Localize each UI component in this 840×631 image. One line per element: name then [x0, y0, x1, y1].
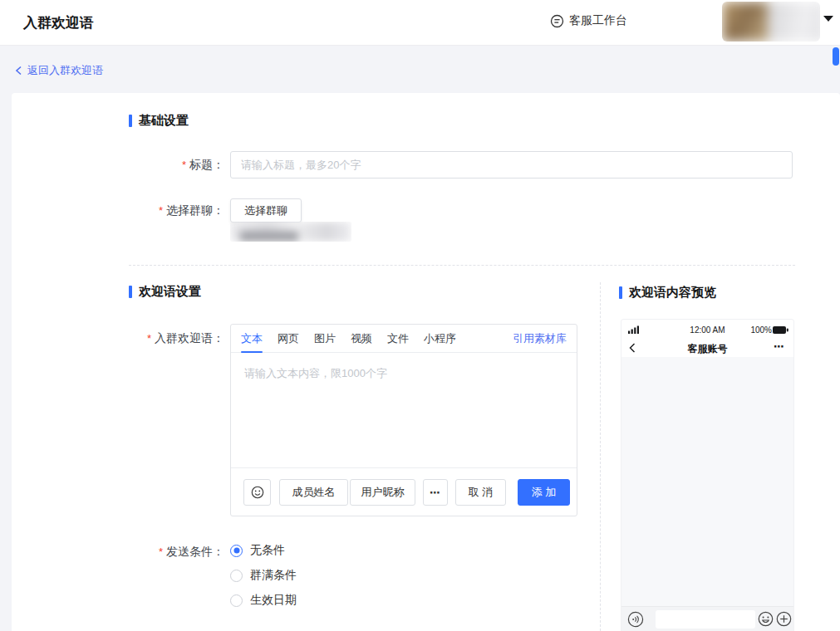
title-input[interactable]: [230, 151, 793, 179]
radio-icon[interactable]: [230, 545, 243, 557]
emoji-button[interactable]: [243, 479, 271, 506]
material-library-link[interactable]: 引用素材库: [513, 331, 567, 346]
condition-field-label: *发送条件：: [125, 545, 224, 560]
battery-icon: [773, 326, 788, 334]
required-mark: *: [159, 204, 163, 217]
page-title: 入群欢迎语: [23, 13, 94, 32]
radio-option-group-full[interactable]: 群满条件: [230, 568, 297, 583]
battery-percent: 100%: [750, 325, 772, 335]
back-link[interactable]: 返回入群欢迎语: [15, 63, 103, 78]
selected-group-chip[interactable]: [230, 222, 351, 242]
chevron-left-icon: [15, 66, 22, 76]
phone-plus-icon[interactable]: [776, 611, 792, 627]
title-field-label: *标题：: [125, 158, 224, 173]
more-inserts-button[interactable]: ⋯: [423, 479, 448, 506]
required-mark: *: [159, 545, 163, 558]
page: 入群欢迎语 客服工作台 返回入群欢迎语: [0, 0, 840, 631]
section-accent-bar: [619, 286, 622, 299]
tab-video[interactable]: 视频: [351, 325, 372, 353]
welcome-section-title: 欢迎语设置: [139, 284, 201, 300]
tab-miniprogram[interactable]: 小程序: [424, 325, 456, 353]
phone-input-bar: [621, 606, 793, 631]
tab-image[interactable]: 图片: [314, 325, 336, 353]
radio-icon[interactable]: [230, 570, 243, 582]
phone-message-input[interactable]: [656, 610, 755, 629]
phone-nav-title: 客服账号: [621, 342, 793, 356]
editor-toolbar: 成员姓名 用户昵称 ⋯ 取 消 添 加: [231, 467, 577, 516]
editor-tabbar: 文本 网页 图片 视频 文件 小程序 引用素材库: [231, 325, 577, 353]
section-accent-bar: [129, 286, 132, 298]
radio-icon[interactable]: [230, 594, 243, 607]
radio-option-effective-date[interactable]: 生效日期: [230, 593, 297, 608]
app-header: 入群欢迎语 客服工作台: [0, 0, 840, 46]
select-group-button[interactable]: 选择群聊: [230, 198, 302, 223]
workbench-link[interactable]: 客服工作台: [550, 13, 627, 28]
voice-icon[interactable]: [627, 611, 644, 628]
radio-option-no-condition[interactable]: 无条件: [230, 543, 285, 558]
basic-section-header: 基础设置: [129, 113, 189, 129]
scrollbar-thumb[interactable]: [833, 47, 839, 66]
preview-section-title: 欢迎语内容预览: [629, 285, 716, 301]
chat-circle-icon: [550, 14, 564, 28]
tab-webpage[interactable]: 网页: [278, 325, 299, 353]
smiley-icon: [251, 486, 264, 499]
add-button[interactable]: 添 加: [518, 479, 570, 506]
tab-file[interactable]: 文件: [387, 325, 409, 353]
workbench-label: 客服工作台: [569, 13, 627, 28]
phone-status-bar: 12:00 AM 100%: [621, 320, 793, 340]
preview-section-header: 欢迎语内容预览: [619, 285, 716, 301]
member-name-button[interactable]: 成员姓名: [279, 479, 348, 506]
welcome-field-label: *入群欢迎语：: [125, 331, 224, 346]
avatar[interactable]: [722, 2, 820, 42]
caret-down-icon[interactable]: [823, 16, 833, 22]
group-field-label: *选择群聊：: [125, 203, 224, 218]
phone-more-icon[interactable]: ⋯: [774, 340, 785, 353]
required-mark: *: [182, 159, 186, 171]
phone-nav-bar: 客服账号 ⋯: [621, 340, 793, 357]
basic-section-title: 基础设置: [139, 113, 189, 129]
welcome-textarea[interactable]: [231, 353, 577, 469]
form-card: 基础设置 *标题： *选择群聊： 选择群聊 欢迎语设置 *入群欢迎语： 文本: [12, 93, 840, 631]
phone-header: 12:00 AM 100% 客服账号: [621, 320, 793, 357]
required-mark: *: [147, 332, 151, 345]
section-divider: [129, 265, 795, 266]
welcome-editor: 文本 网页 图片 视频 文件 小程序 引用素材库: [230, 324, 577, 516]
editor-textarea-wrap: [231, 353, 577, 469]
welcome-section-header: 欢迎语设置: [129, 284, 201, 300]
cancel-button[interactable]: 取 消: [455, 479, 506, 506]
section-accent-bar: [129, 115, 132, 127]
tab-text[interactable]: 文本: [241, 325, 263, 353]
preview-divider: [600, 282, 601, 631]
phone-emoji-icon[interactable]: [758, 611, 774, 627]
back-link-label: 返回入群欢迎语: [27, 63, 103, 78]
phone-preview: 12:00 AM 100% 客服账号: [621, 320, 793, 631]
user-nickname-button[interactable]: 用户昵称: [350, 479, 415, 506]
